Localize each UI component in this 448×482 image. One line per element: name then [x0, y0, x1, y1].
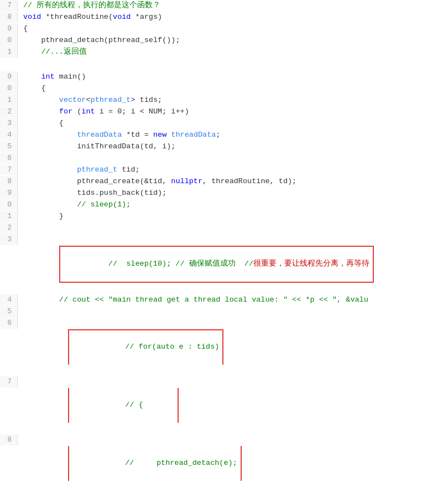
line-number: 2: [0, 222, 18, 234]
line-number: 3: [0, 234, 18, 245]
line-number: 6: [0, 318, 18, 329]
line-number: 3: [0, 118, 18, 129]
line-content: pthread_detach(pthread_self());: [18, 35, 448, 46]
line-number: 7: [0, 164, 18, 175]
line-number: 9: [0, 23, 18, 34]
line-row: 5 initThreadData(td, i);: [0, 141, 448, 153]
line-number: 4: [0, 294, 18, 305]
line-number: 5: [0, 141, 18, 152]
comment-box-group: 6 // for(auto e : tids) 7 // { 8: [0, 318, 448, 482]
line-row: 9 int main(): [0, 71, 448, 83]
line-number: 5: [0, 306, 18, 317]
line-row: 7 // {: [0, 376, 448, 434]
line-content: threadData *td = new threadData;: [18, 129, 448, 141]
line-content: // {: [18, 376, 448, 434]
line-content: // sleep(10); // 确保赋值成功 //很重要，要让线程先分离，再等…: [18, 234, 448, 294]
line-content: // for(auto e : tids): [18, 318, 448, 377]
line-content: initThreadData(td, i);: [18, 141, 448, 153]
line-row: 9 {: [0, 23, 448, 35]
line-number: 1: [0, 211, 18, 222]
line-number: 7: [0, 376, 18, 387]
line-number: 4: [0, 129, 18, 141]
line-number: 8: [0, 434, 18, 445]
line-content: // sleep(1);: [18, 199, 448, 211]
line-number: 7: [0, 0, 18, 11]
top-code-section: 7 // 所有的线程，执行的都是这个函数？ 8 void *threadRout…: [0, 0, 448, 58]
line-number: 2: [0, 106, 18, 117]
line-content: // 所有的线程，执行的都是这个函数？: [18, 0, 448, 12]
line-content: [18, 222, 448, 234]
line-content: vector<pthread_t> tids;: [18, 95, 448, 106]
line-row: 0 {: [0, 83, 448, 95]
line-content: {: [18, 118, 448, 129]
line-row: 7 pthread_t tid;: [0, 164, 448, 176]
line-row: 4 threadData *td = new threadData;: [0, 129, 448, 141]
line-number: 1: [0, 95, 18, 106]
code-editor: 7 // 所有的线程，执行的都是这个函数？ 8 void *threadRout…: [0, 0, 448, 482]
line-row: 9 tids.push_back(tid);: [0, 188, 448, 199]
line-row: 1 }: [0, 211, 448, 222]
line-row: 3 {: [0, 118, 448, 129]
line-content: void *threadRoutine(void *args): [18, 12, 448, 23]
line-content: pthread_t tid;: [18, 164, 448, 176]
line-content: int main(): [18, 71, 448, 83]
line-row: 6: [0, 153, 448, 164]
line-number: 8: [0, 176, 18, 187]
line-row: 4 // cout << "main thread get a thread l…: [0, 294, 448, 306]
line-row: 2: [0, 222, 448, 234]
line-content: // cout << "main thread get a thread loc…: [18, 294, 448, 306]
line-row: 7 // 所有的线程，执行的都是这个函数？: [0, 0, 448, 12]
line-row: 8 // pthread_detach(e);: [0, 434, 448, 482]
line-content: {: [18, 83, 448, 95]
line-row: 2 for (int i = 0; i < NUM; i++): [0, 106, 448, 118]
line-content: }: [18, 211, 448, 222]
line-content: for (int i = 0; i < NUM; i++): [18, 106, 448, 118]
line-row: 0 // sleep(1);: [0, 199, 448, 211]
line-content: [18, 153, 448, 164]
line-content: // pthread_detach(e);: [18, 434, 448, 482]
line-row: 8 pthread_create(&tid, nullptr, threadRo…: [0, 176, 448, 188]
line-number: 9: [0, 71, 18, 82]
line-number: 0: [0, 83, 18, 94]
line-content: {: [18, 23, 448, 35]
line-row: 8 void *threadRoutine(void *args): [0, 12, 448, 23]
line-row: 1 vector<pthread_t> tids;: [0, 95, 448, 106]
line-number: 1: [0, 46, 18, 58]
line-number: 0: [0, 199, 18, 210]
line-row-important: 3 // sleep(10); // 确保赋值成功 //很重要，要让线程先分离，…: [0, 234, 448, 294]
line-number: 6: [0, 153, 18, 164]
line-row: 6 // for(auto e : tids): [0, 318, 448, 377]
line-content: [18, 306, 448, 318]
line-content: tids.push_back(tid);: [18, 188, 448, 199]
line-number: 9: [0, 188, 18, 199]
line-row: 5: [0, 306, 448, 318]
line-row: 0 pthread_detach(pthread_self());: [0, 35, 448, 46]
line-row: 1 //...返回值: [0, 46, 448, 58]
section-gap: [0, 58, 448, 71]
line-content: pthread_create(&tid, nullptr, threadRout…: [18, 176, 448, 188]
main-code-section: 9 int main() 0 { 1 vector<pthread_t> tid…: [0, 71, 448, 482]
line-number: 0: [0, 35, 18, 46]
line-number: 8: [0, 12, 18, 23]
line-content: //...返回值: [18, 46, 448, 58]
